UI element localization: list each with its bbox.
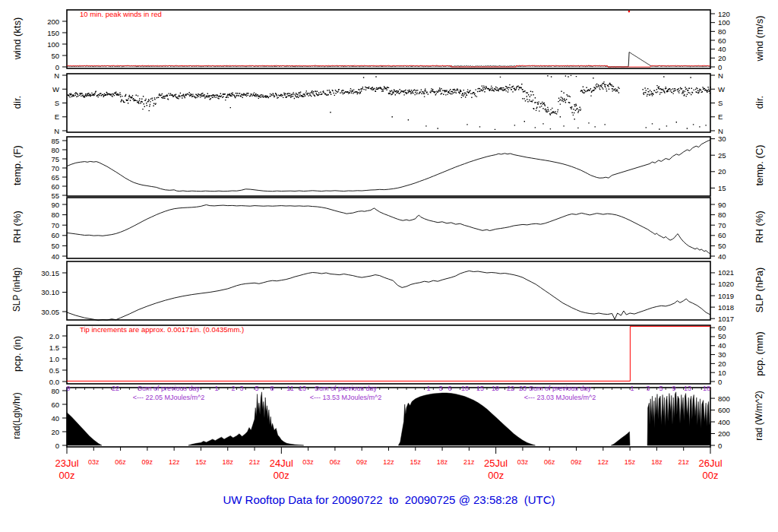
rad-sum-label: Sum of previous day (119, 385, 218, 392)
tick-label-right-pcp: 10 (718, 369, 753, 377)
wind-sustained-line (67, 52, 710, 67)
rad-cumsum-mark: 9 (61, 385, 76, 392)
tick-label-right-temp: 30 (718, 135, 753, 143)
dir-scatter-points (68, 75, 711, 130)
rad-cumsum-mark: 1 (625, 385, 640, 392)
x-hour-label: 21z (457, 459, 480, 466)
rad-cumsum-mark: 5 (249, 385, 264, 392)
tick-label-left-pcp: 1.5 (24, 344, 59, 352)
x-hour-label: 18z (431, 459, 454, 466)
tick-label-right-rh: 40 (718, 253, 753, 261)
tick-label-right-slp: 1018 (718, 304, 753, 312)
tick-label-left-dir: E (24, 113, 59, 121)
tick-label-left-pcp: 0.5 (24, 367, 59, 375)
rad-area-seg0 (67, 413, 102, 445)
tick-label-right-slp: 1021 (718, 269, 753, 277)
tick-label-right-pcp: 20 (718, 360, 753, 368)
tick-label-left-temp: 80 (24, 147, 59, 154)
x-hour-label: 09z (350, 459, 373, 466)
rad-sum-value: <--- 22.05 MJoules/m^2 (115, 394, 222, 401)
pcp-tip-note: Tip increments are approx. 0.00171in. (0… (80, 326, 244, 334)
x-hour-label: 18z (217, 459, 239, 466)
temp-line (67, 140, 710, 192)
tick-label-left-rh: 70 (24, 222, 59, 230)
tick-label-right-dir: W (718, 86, 753, 93)
tick-label-right-rad: 800 (718, 395, 753, 403)
rad-cumsum-mark: 19 (488, 385, 503, 392)
tick-label-right-rad: 200 (718, 430, 753, 438)
tick-label-left-slp: 30.10 (24, 289, 59, 296)
tick-label-right-pcp: 0 (718, 378, 753, 386)
tick-label-left-rad: 80 (24, 388, 59, 395)
tick-label-left-temp: 85 (24, 138, 59, 145)
tick-label-left-rh: 90 (24, 201, 59, 209)
tick-label-right-rh: 70 (718, 222, 753, 230)
rad-cumsum-mark: 18 (699, 385, 714, 392)
tick-label-right-wind: 0 (718, 64, 753, 71)
panel-temp (67, 137, 710, 196)
rad-cumsum-mark: 13 (680, 385, 695, 392)
tick-label-right-rad: 600 (718, 407, 753, 414)
wind-peak-note: 10 min. peak winds in red (80, 11, 162, 18)
tick-label-right-wind: 20 (718, 55, 753, 62)
rad-sum-label: Sum of previous day (511, 385, 609, 392)
tick-label-right-temp: 20 (718, 168, 753, 176)
rad-area-seg3 (611, 432, 630, 445)
tick-label-right-pcp: 50 (718, 333, 753, 340)
tick-label-right-dir: N (718, 72, 753, 80)
tick-label-left-temp: 60 (24, 183, 59, 191)
x-hour-label: 09z (565, 459, 588, 466)
rad-cumsum-mark: 10 (457, 385, 473, 392)
tick-label-left-rh: 80 (24, 211, 59, 219)
tick-label-right-temp: 25 (718, 152, 753, 160)
tick-label-right-pcp: 40 (718, 342, 753, 350)
tick-label-left-temp: 75 (24, 156, 59, 163)
x-hour-label: 15z (189, 459, 212, 466)
tick-label-left-rh: 60 (24, 232, 59, 239)
tick-label-left-slp: 30.05 (24, 309, 59, 316)
tick-label-right-dir: N (718, 128, 753, 135)
x-hour-label: 03z (82, 459, 105, 466)
tick-label-right-dir: S (718, 100, 753, 107)
tick-label-left-dir: N (24, 72, 59, 80)
tick-label-right-wind: 60 (718, 37, 753, 45)
rad-sum-value: <--- 13.53 MJoules/m^2 (293, 394, 399, 401)
x-hour-label: 06z (324, 459, 346, 466)
x-hour-label: 21z (243, 459, 266, 466)
tick-label-left-pcp: 1.0 (24, 356, 59, 363)
tick-label-right-slp: 1020 (718, 280, 753, 288)
tick-label-right-dir: E (718, 113, 753, 121)
pcp-line (67, 326, 710, 381)
panel-pcp (67, 325, 710, 384)
tick-label-left-rad: 0 (24, 442, 59, 450)
panel-slp (67, 261, 710, 320)
tick-label-left-dir: S (24, 100, 59, 107)
rad-sum-value: <--- 23.03 MJoules/m^2 (507, 394, 613, 401)
rad-cumsum-mark: 3 (234, 385, 249, 392)
rad-cumsum-mark: 8 (264, 385, 280, 392)
tick-label-left-dir: N (24, 128, 59, 135)
tick-label-right-rh: 50 (718, 242, 753, 250)
tick-label-left-slp: 30.15 (24, 270, 59, 277)
tick-label-right-slp: 1017 (718, 315, 753, 323)
tick-label-right-rad: 0 (718, 442, 753, 450)
x-hour-label: 15z (404, 459, 427, 466)
tick-label-right-wind: 120 (718, 11, 753, 18)
tick-label-left-wind: 100 (24, 41, 59, 49)
tick-label-right-pcp: 60 (718, 325, 753, 332)
tick-label-left-wind: 150 (24, 30, 59, 37)
rh-line (67, 205, 710, 255)
tick-label-left-rh: 40 (24, 253, 59, 261)
rad-sum-label: Sum of previous day (296, 385, 395, 392)
x-hour-label: 03z (297, 459, 320, 466)
tick-label-left-rad: 60 (24, 401, 59, 409)
x-hour-label: 21z (672, 459, 695, 466)
x-day-sublabel: 00z (44, 470, 90, 480)
tick-label-left-pcp: 2.0 (24, 333, 59, 340)
tick-label-left-rad: 20 (24, 429, 59, 436)
weather-plot-page: 050100150200020406080100120wind (kts)win… (0, 0, 778, 532)
tick-label-right-temp: 15 (718, 185, 753, 192)
wind-peak-outlier-dot (628, 11, 631, 13)
panel-rh (67, 198, 710, 258)
tick-label-right-slp: 1019 (718, 293, 753, 300)
